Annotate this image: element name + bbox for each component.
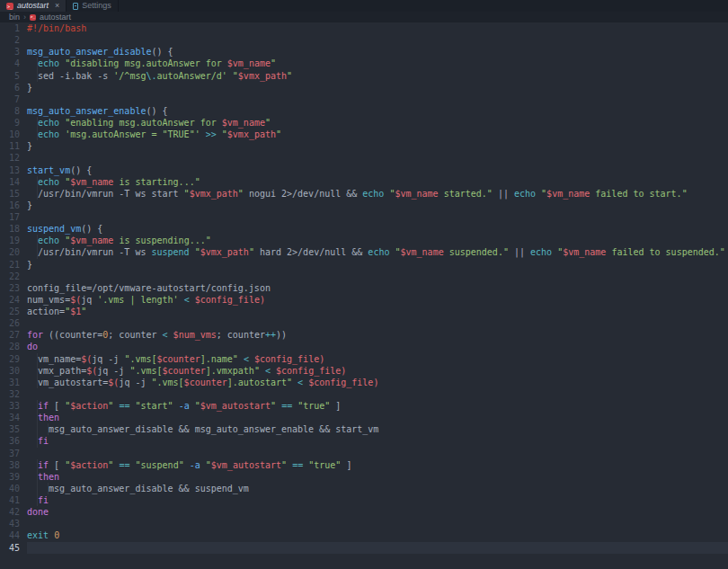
code-line[interactable]: 23config_file=/opt/vmware-autostart/conf…: [0, 282, 728, 294]
code-line[interactable]: 41 fi: [0, 494, 728, 506]
code-token: "enabling msg.autoAnswer for: [65, 118, 222, 128]
code-token: $vmx_path: [227, 129, 276, 139]
code-token: ): [260, 295, 265, 305]
code-line[interactable]: 11}: [0, 140, 728, 152]
code-token: suspend_vm: [27, 224, 81, 234]
code-line[interactable]: 15 /usr/bin/vmrun -T ws start "$vmx_path…: [0, 188, 728, 200]
code-line[interactable]: 29 vm_name=$(jq -j ".vms[$counter].name"…: [0, 353, 728, 365]
indent-guide: [37, 70, 38, 82]
code-line[interactable]: 8msg_auto_answer_enable() {: [0, 105, 728, 117]
breadcrumb-item-autostart[interactable]: autostart: [40, 13, 71, 22]
code-line[interactable]: 9 echo "enabling msg.autoAnswer for $vm_…: [0, 117, 728, 129]
code-text: [27, 271, 728, 282]
code-token: ||: [509, 247, 530, 257]
code-token: echo: [38, 118, 59, 128]
code-line[interactable]: 5 sed -i.bak -s '/^msg\.autoAnswer/d' "$…: [0, 70, 728, 82]
code-line[interactable]: 30 vmx_path=$(jq -j ".vms[$counter].vmxp…: [0, 365, 728, 377]
code-line[interactable]: 19 echo "$vm_name is suspending...": [0, 235, 728, 246]
code-line[interactable]: 21}: [0, 259, 728, 271]
code-text: for ((counter=0; counter < $num_vms; cou…: [27, 329, 728, 341]
code-line[interactable]: 22: [0, 271, 728, 282]
code-token: ": [276, 129, 281, 139]
code-line[interactable]: 13start_vm() {: [0, 164, 728, 176]
tab-label: Settings: [82, 0, 111, 12]
code-line[interactable]: 34 then: [0, 412, 728, 423]
code-token: if: [38, 401, 49, 411]
code-token: ".vms[: [124, 354, 156, 364]
code-line[interactable]: 1#!/bin/bash: [0, 22, 728, 34]
line-number: 36: [0, 435, 20, 447]
code-token: ; counter: [217, 330, 265, 340]
code-text: if [ "$action" == "start" -a "$vm_autost…: [27, 400, 728, 412]
code-token: $config_file: [254, 354, 319, 364]
code-line[interactable]: 39 then: [0, 471, 728, 483]
code-line[interactable]: 45: [0, 542, 728, 554]
code-token: >>: [206, 129, 217, 139]
code-line[interactable]: 16}: [0, 200, 728, 211]
code-token: num_vms=: [27, 295, 70, 305]
line-number: 17: [0, 211, 20, 223]
code-line[interactable]: 38 if [ "$action" == "suspend" -a "$vm_a…: [0, 459, 728, 471]
code-line[interactable]: 37: [0, 448, 728, 459]
code-text: echo "disabling msg.autoAnswer for $vm_n…: [27, 58, 728, 69]
close-icon[interactable]: ×: [55, 0, 59, 12]
tab-autostart[interactable]: >_ autostart ×: [0, 0, 67, 12]
code-token: \.: [146, 71, 156, 81]
code-line[interactable]: 17: [0, 211, 728, 223]
breadcrumb-item-bin[interactable]: bin: [9, 13, 20, 22]
code-editor[interactable]: 1#!/bin/bash23msg_auto_answer_disable() …: [0, 22, 728, 569]
code-token: $vmx_path: [238, 71, 287, 81]
code-line[interactable]: 28do: [0, 341, 728, 352]
code-line[interactable]: 12: [0, 152, 728, 164]
line-number: 42: [0, 506, 20, 518]
code-line[interactable]: 20 /usr/bin/vmrun -T ws suspend "$vmx_pa…: [0, 246, 728, 258]
code-line[interactable]: 36 fi: [0, 435, 728, 447]
code-token: $config_file: [308, 378, 373, 387]
indent-guide: [37, 400, 38, 412]
code-text: /usr/bin/vmrun -T ws start "$vmx_path" n…: [27, 188, 728, 200]
code-token: if: [38, 460, 49, 470]
code-line[interactable]: 35 msg_auto_answer_disable && msg_auto_a…: [0, 423, 728, 435]
code-line[interactable]: 3msg_auto_answer_disable() {: [0, 46, 728, 58]
code-line[interactable]: 33 if [ "$action" == "start" -a "$vm_aut…: [0, 400, 728, 412]
code-token: echo: [38, 236, 59, 245]
code-line[interactable]: 18suspend_vm() {: [0, 223, 728, 235]
code-token: "suspend": [135, 460, 183, 470]
code-token: 0: [54, 530, 59, 540]
code-text: if [ "$action" == "suspend" -a "$vm_auto…: [27, 459, 728, 471]
code-token: () {: [146, 106, 167, 116]
indent-guide: [37, 246, 38, 258]
code-token: ": [287, 71, 292, 81]
code-line[interactable]: 25action="$1": [0, 306, 728, 317]
code-line[interactable]: 40 msg_auto_answer_disable && suspend_vm: [0, 483, 728, 494]
code-line[interactable]: 24num_vms=$(jq '.vms | length' < $config…: [0, 294, 728, 306]
code-text: sed -i.bak -s '/^msg\.autoAnswer/d' "$vm…: [27, 70, 728, 82]
code-line[interactable]: 44exit 0: [0, 529, 728, 541]
tab-settings[interactable]: Settings: [67, 0, 119, 12]
code-line[interactable]: 6}: [0, 82, 728, 93]
code-text: [27, 518, 728, 529]
code-token: '.vms | length': [97, 295, 178, 305]
code-token: () {: [81, 224, 102, 234]
line-number: 30: [0, 365, 20, 377]
code-line[interactable]: 32: [0, 388, 728, 400]
code-token: "start": [135, 401, 173, 411]
code-line[interactable]: 42done: [0, 506, 728, 518]
code-token: $action: [70, 460, 108, 470]
code-line[interactable]: 43: [0, 518, 728, 529]
code-line[interactable]: 2: [0, 34, 728, 46]
code-text: then: [27, 412, 728, 423]
indent-guide: [37, 235, 38, 246]
code-line[interactable]: 26: [0, 317, 728, 329]
code-line[interactable]: 27for ((counter=0; counter < $num_vms; c…: [0, 329, 728, 341]
code-line[interactable]: 4 echo "disabling msg.autoAnswer for $vm…: [0, 58, 728, 69]
code-line[interactable]: 7: [0, 93, 728, 105]
code-line[interactable]: 10 echo 'msg.autoAnswer = "TRUE"' >> "$v…: [0, 129, 728, 140]
code-token: ].autostart": [227, 378, 292, 387]
indent-guide: [37, 377, 38, 388]
code-line[interactable]: 14 echo "$vm_name is starting...": [0, 176, 728, 188]
code-token: $vm_name: [222, 118, 265, 128]
code-line[interactable]: 31 vm_autostart=$(jq -j ".vms[$counter].…: [0, 377, 728, 388]
code-token: done: [27, 507, 49, 517]
code-token: do: [27, 342, 38, 351]
